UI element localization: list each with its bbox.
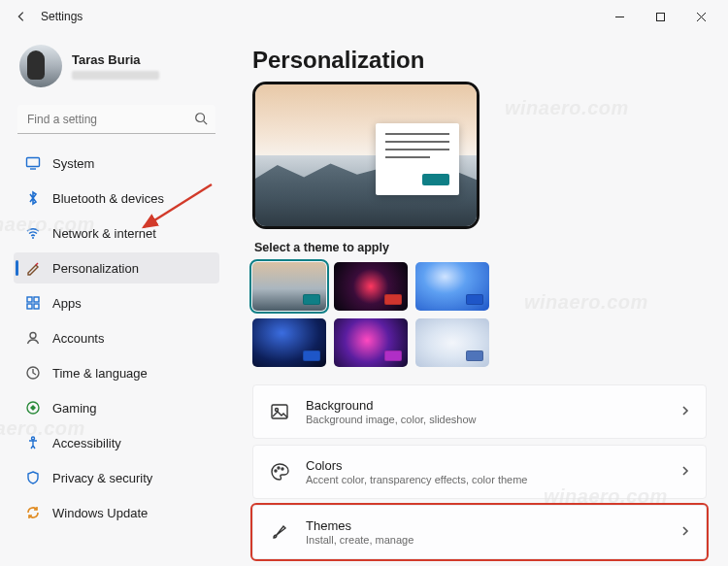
shield-icon — [25, 470, 41, 485]
theme-option-3[interactable] — [415, 262, 489, 311]
theme-option-6[interactable] — [415, 318, 489, 367]
svg-point-20 — [278, 467, 280, 469]
close-button[interactable] — [681, 3, 720, 30]
personalization-icon — [25, 260, 41, 276]
svg-rect-6 — [27, 158, 40, 167]
sidebar-item-personalization[interactable]: Personalization — [14, 252, 219, 283]
main-content: Personalization Select a theme to apply … — [229, 33, 728, 566]
chevron-right-icon — [680, 523, 690, 541]
sidebar-item-apps[interactable]: Apps — [14, 287, 219, 318]
card-title: Background — [306, 398, 665, 413]
search-icon — [194, 112, 208, 129]
bluetooth-icon — [25, 190, 41, 206]
svg-point-21 — [281, 468, 283, 470]
theme-option-5[interactable] — [334, 318, 408, 367]
svg-rect-10 — [34, 297, 39, 302]
maximize-button[interactable] — [641, 3, 679, 30]
chevron-right-icon — [680, 403, 690, 420]
svg-point-16 — [32, 437, 35, 440]
sidebar-item-label: Bluetooth & devices — [52, 191, 164, 206]
card-colors[interactable]: Colors Accent color, transparency effect… — [252, 445, 707, 499]
window-controls — [600, 3, 720, 30]
user-email-redacted — [72, 71, 159, 80]
svg-point-19 — [275, 470, 277, 472]
sidebar-item-label: Network & internet — [52, 226, 156, 241]
sidebar-item-gaming[interactable]: Gaming — [14, 392, 219, 423]
settings-card-list: Background Background image, color, slid… — [252, 384, 707, 559]
svg-rect-9 — [27, 297, 32, 302]
svg-point-4 — [196, 114, 205, 122]
sidebar-item-label: Accessibility — [52, 436, 121, 450]
sidebar-item-label: Windows Update — [52, 506, 148, 520]
theme-grid — [252, 262, 707, 367]
titlebar: Settings — [0, 0, 728, 33]
svg-point-18 — [276, 409, 279, 412]
card-background[interactable]: Background Background image, color, slid… — [252, 384, 707, 439]
sidebar-item-label: Apps — [52, 296, 82, 311]
clock-icon — [25, 365, 41, 381]
update-icon — [25, 505, 41, 520]
sidebar-item-windows-update[interactable]: Windows Update — [14, 497, 219, 528]
svg-line-5 — [204, 121, 208, 125]
search-input[interactable] — [17, 105, 215, 134]
theme-option-4[interactable] — [252, 318, 326, 367]
accessibility-icon — [25, 435, 41, 450]
svg-point-13 — [30, 333, 36, 339]
card-subtitle: Accent color, transparency effects, colo… — [306, 474, 665, 485]
card-title: Themes — [306, 518, 665, 533]
sidebar-item-accessibility[interactable]: Accessibility — [14, 427, 219, 458]
search-box[interactable] — [17, 105, 215, 134]
apps-icon — [25, 295, 41, 311]
card-subtitle: Background image, color, slideshow — [306, 414, 665, 425]
theme-option-1[interactable] — [252, 262, 326, 311]
system-icon — [25, 155, 41, 171]
palette-icon — [269, 461, 290, 483]
sidebar-item-label: Accounts — [52, 331, 104, 346]
avatar — [19, 45, 62, 87]
window-title: Settings — [41, 10, 83, 23]
page-title: Personalization — [252, 47, 707, 74]
back-button[interactable] — [8, 3, 35, 30]
sidebar-item-label: Personalization — [52, 261, 139, 276]
image-icon — [269, 401, 290, 422]
desktop-preview — [252, 82, 480, 229]
sidebar-item-accounts[interactable]: Accounts — [14, 322, 219, 353]
card-subtitle: Install, create, manage — [306, 534, 665, 546]
svg-rect-11 — [27, 304, 32, 309]
theme-prompt: Select a theme to apply — [254, 241, 707, 254]
brush-icon — [269, 521, 290, 543]
minimize-button[interactable] — [600, 3, 639, 30]
sidebar: Taras Buria System Bluetooth & devices N… — [0, 33, 229, 566]
sidebar-item-label: Privacy & security — [52, 471, 152, 485]
preview-sample-window — [376, 123, 459, 195]
theme-option-2[interactable] — [334, 262, 408, 311]
accounts-icon — [25, 330, 41, 346]
card-title: Colors — [306, 458, 665, 473]
chevron-right-icon — [680, 463, 690, 481]
sidebar-item-label: Time & language — [52, 366, 148, 381]
svg-rect-17 — [272, 405, 287, 418]
sidebar-item-label: System — [52, 156, 94, 171]
card-themes[interactable]: Themes Install, create, manage — [252, 505, 707, 559]
gaming-icon — [25, 400, 41, 416]
sidebar-item-label: Gaming — [52, 401, 97, 416]
wifi-icon — [25, 225, 41, 241]
sidebar-item-system[interactable]: System — [14, 148, 219, 179]
svg-rect-12 — [34, 304, 39, 309]
sidebar-item-privacy[interactable]: Privacy & security — [14, 462, 219, 493]
svg-point-8 — [32, 237, 34, 239]
user-name: Taras Buria — [72, 52, 159, 67]
sidebar-item-bluetooth[interactable]: Bluetooth & devices — [14, 183, 219, 214]
svg-rect-1 — [656, 13, 664, 20]
sidebar-item-network[interactable]: Network & internet — [14, 217, 219, 249]
sidebar-item-time-language[interactable]: Time & language — [14, 357, 219, 388]
user-account[interactable]: Taras Buria — [14, 41, 219, 97]
